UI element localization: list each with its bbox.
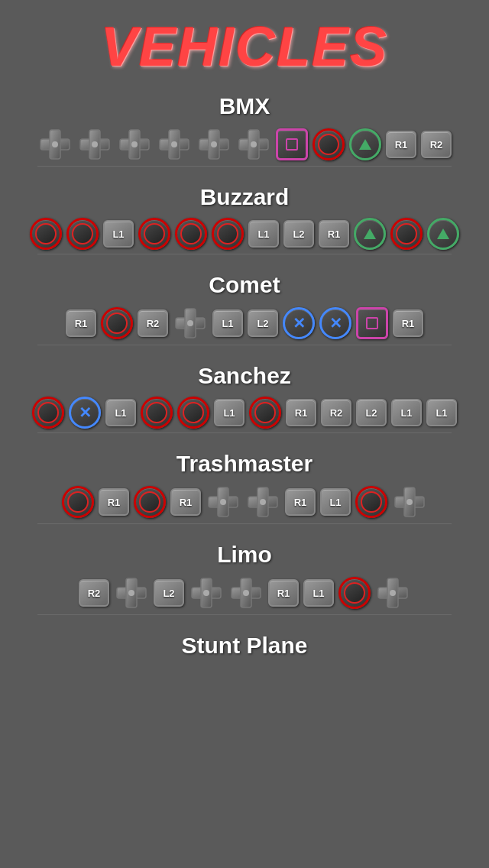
vehicles-container: BMX (15, 93, 474, 680)
r1-button: R1 (66, 309, 96, 337)
page-title: Vehicles (101, 15, 388, 78)
vehicle-name: Buzzard (200, 184, 290, 210)
button-row: R1R2 L1L2✕✕R1 (50, 306, 439, 341)
dpad-button (77, 127, 112, 162)
vehicle-section-trashmaster: TrashmasterR1R1 (15, 451, 474, 528)
l1-button: L1 (105, 399, 136, 426)
circle-red-button (62, 486, 94, 518)
svg-point-41 (390, 590, 396, 596)
circle-red-button (141, 397, 173, 429)
circle-red-button (138, 218, 170, 250)
vehicle-section-stunt-plane: Stunt Plane (15, 633, 474, 666)
svg-point-17 (251, 141, 257, 147)
svg-point-23 (220, 499, 226, 505)
svg-point-11 (171, 141, 177, 147)
circle-red-button (390, 218, 423, 250)
x-button: ✕ (283, 307, 315, 339)
vehicle-name: Stunt Plane (181, 633, 307, 659)
r2-button: R2 (321, 399, 351, 426)
l1-button: L1 (248, 220, 279, 248)
square-button (276, 128, 308, 160)
r2-button: R2 (421, 131, 452, 158)
l1-button: L1 (212, 309, 243, 337)
triangle-button (354, 218, 386, 250)
l1-button: L1 (320, 488, 351, 516)
circle-red-button (175, 218, 207, 250)
r2-button: R2 (79, 579, 109, 607)
circle-red-button (338, 577, 371, 609)
vehicle-name: Sanchez (198, 363, 291, 389)
button-row: R1R1 (47, 484, 442, 520)
l1-button: L1 (426, 399, 457, 426)
vehicle-name: BMX (219, 93, 270, 119)
dpad-button (157, 127, 192, 162)
r1-button: R1 (393, 309, 423, 337)
r1-button: R1 (99, 488, 129, 516)
r2-button: R2 (138, 309, 168, 337)
dpad-button (189, 575, 224, 611)
button-row: L1L1L2R1 (15, 218, 474, 250)
square-button (356, 307, 388, 339)
triangle-button (427, 218, 459, 250)
vehicle-section-sanchez: Sanchez✕L1L1R1R2L2L1L1 (15, 363, 474, 437)
r1-button: R1 (319, 220, 349, 248)
dpad-button (114, 575, 149, 611)
dpad-button (196, 127, 232, 162)
svg-point-38 (243, 590, 249, 596)
vehicle-section-limo: LimoR2 L2 (15, 542, 474, 619)
svg-point-29 (406, 499, 413, 505)
l2-button: L2 (248, 309, 278, 337)
dpad-button (173, 306, 208, 341)
svg-point-32 (128, 590, 134, 596)
r1-button: R1 (170, 488, 201, 516)
button-row: R2 L2 (63, 575, 426, 611)
vehicle-section-bmx: BMX (15, 93, 474, 170)
circle-red-button (212, 218, 244, 250)
dpad-button (228, 575, 264, 611)
circle-red-button (66, 218, 99, 250)
svg-point-26 (260, 499, 266, 505)
vehicle-section-comet: CometR1R2 L1L2✕✕R1 (15, 272, 474, 349)
dpad-button (206, 484, 241, 520)
vehicle-name: Comet (209, 272, 280, 298)
button-row: ✕L1L1R1R2L2L1L1 (17, 397, 472, 429)
triangle-button (349, 128, 381, 160)
svg-point-14 (211, 141, 217, 147)
r1-button: R1 (386, 131, 416, 158)
button-row: R1R2 (22, 127, 467, 162)
circle-red-button (249, 397, 281, 429)
l1-button: L1 (214, 399, 244, 426)
circle-red-button (134, 486, 166, 518)
circle-red-button (32, 397, 64, 429)
dpad-button (392, 484, 427, 520)
l1-button: L1 (303, 579, 334, 607)
l1-button: L1 (391, 399, 422, 426)
circle-red-button (101, 307, 133, 339)
dpad-button (375, 575, 410, 611)
circle-red-button (177, 397, 209, 429)
r1-button: R1 (268, 579, 299, 607)
r1-button: R1 (285, 488, 316, 516)
x-button: ✕ (69, 397, 101, 429)
circle-red-button (313, 128, 345, 160)
svg-point-8 (131, 141, 138, 147)
vehicle-name: Trashmaster (176, 451, 313, 477)
l2-button: L2 (356, 399, 387, 426)
svg-point-2 (52, 141, 58, 147)
dpad-button (236, 127, 271, 162)
dpad-button (117, 127, 152, 162)
svg-point-5 (92, 141, 98, 147)
svg-point-20 (187, 320, 193, 326)
l2-button: L2 (154, 579, 184, 607)
circle-red-button (30, 218, 62, 250)
circle-red-button (355, 486, 387, 518)
l1-button: L1 (103, 220, 134, 248)
r1-button: R1 (286, 399, 316, 426)
x-button: ✕ (319, 307, 351, 339)
vehicle-section-buzzard: BuzzardL1L1L2R1 (15, 184, 474, 258)
vehicle-name: Limo (217, 542, 272, 568)
svg-point-35 (203, 590, 209, 596)
l2-button: L2 (283, 220, 314, 248)
dpad-button (37, 127, 73, 162)
dpad-button (245, 484, 280, 520)
